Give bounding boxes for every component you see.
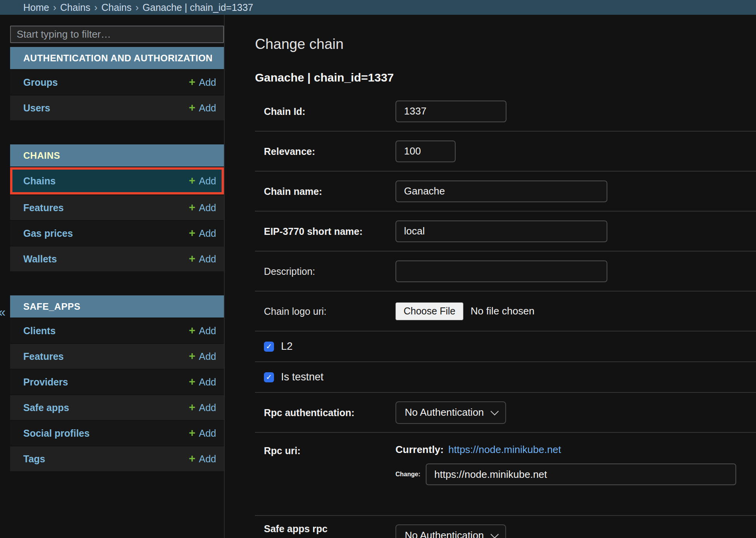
checkbox-l2[interactable]: ✓ — [264, 342, 274, 352]
sidebar-item-groups: Groups+Add — [10, 70, 224, 95]
sidebar-sections: AUTHENTICATION AND AUTHORIZATIONGroups+A… — [10, 47, 224, 471]
add-link-providers[interactable]: +Add — [189, 377, 216, 388]
plus-icon: + — [189, 402, 196, 413]
change-chain-form: Chain Id:Relevance:Chain name:EIP-3770 s… — [255, 92, 756, 538]
field-row-relevance: Relevance: — [255, 132, 756, 172]
choose-file-button[interactable]: Choose File — [395, 302, 463, 320]
breadcrumb-link[interactable]: Chains — [60, 2, 90, 13]
sidebar-module-authentication-and-authorization: AUTHENTICATION AND AUTHORIZATIONGroups+A… — [10, 47, 224, 120]
page-title: Change chain — [255, 36, 756, 53]
plus-icon: + — [189, 202, 196, 213]
add-link-users[interactable]: +Add — [189, 102, 216, 114]
sidebar-item-users: Users+Add — [10, 95, 224, 120]
breadcrumb-link[interactable]: Chains — [101, 2, 132, 13]
field-row-chain-logo-uri: Chain logo uri:Choose FileNo file chosen — [255, 292, 756, 331]
field-row-rpc-uri: Rpc uri:Currently:https://node.minikube.… — [255, 433, 756, 516]
breadcrumb-separator: › — [135, 2, 139, 13]
field-label-relevance: Relevance: — [255, 144, 395, 158]
plus-icon: + — [189, 427, 196, 439]
add-link-safe-apps[interactable]: +Add — [189, 402, 216, 413]
sidebar-item-features: Features+Add — [10, 344, 224, 369]
sidebar-item-link-tags[interactable]: Tags — [23, 453, 45, 465]
sidebar-filter-input[interactable] — [10, 26, 224, 43]
add-link-label: Add — [199, 77, 216, 88]
rpc-uri-current-link[interactable]: https://node.minikube.net — [448, 444, 561, 456]
plus-icon: + — [189, 325, 196, 336]
sidebar: AUTHENTICATION AND AUTHORIZATIONGroups+A… — [10, 15, 224, 538]
sidebar-item-link-wallets[interactable]: Wallets — [23, 253, 57, 265]
checkbox-is-testnet[interactable]: ✓ — [264, 372, 274, 382]
input-description[interactable] — [395, 260, 607, 282]
sidebar-item-wallets: Wallets+Add — [10, 246, 224, 271]
add-link-groups[interactable]: +Add — [189, 77, 216, 88]
add-link-label: Add — [199, 402, 216, 413]
select-value: No Authentication — [405, 529, 484, 538]
field-label-eip-3770-short-name: EIP-3770 short name: — [255, 224, 395, 238]
sidebar-item-link-users[interactable]: Users — [23, 102, 50, 114]
sidebar-item-features: Features+Add — [10, 195, 224, 220]
add-link-chains[interactable]: +Add — [189, 175, 216, 187]
field-label-chain-name: Chain name: — [255, 184, 395, 198]
add-link-features[interactable]: +Add — [189, 202, 216, 213]
field-row-eip-3770-short-name: EIP-3770 short name: — [255, 212, 756, 252]
plus-icon: + — [189, 453, 196, 464]
add-link-social-profiles[interactable]: +Add — [189, 428, 216, 439]
add-link-label: Add — [199, 175, 216, 187]
add-link-label: Add — [199, 351, 216, 362]
sidebar-item-link-social-profiles[interactable]: Social profiles — [23, 428, 90, 439]
add-link-clients[interactable]: +Add — [189, 325, 216, 337]
plus-icon: + — [189, 227, 196, 239]
sidebar-item-link-chains[interactable]: Chains — [23, 175, 55, 187]
add-link-features[interactable]: +Add — [189, 351, 216, 362]
add-link-wallets[interactable]: +Add — [189, 253, 216, 265]
plus-icon: + — [189, 175, 196, 186]
breadcrumb-current: Ganache | chain_id=1337 — [142, 2, 253, 13]
sidebar-item-link-features[interactable]: Features — [23, 351, 64, 362]
main-content: Change chain Ganache | chain_id=1337 Cha… — [224, 15, 756, 538]
checkbox-label-is-testnet: Is testnet — [281, 371, 324, 383]
sidebar-item-clients: Clients+Add — [10, 318, 224, 343]
field-row-description: Description: — [255, 252, 756, 292]
add-link-label: Add — [199, 102, 216, 114]
input-eip-3770-short-name[interactable] — [395, 220, 607, 242]
plus-icon: + — [189, 253, 196, 264]
sidebar-module-chains: CHAINSChains+AddFeatures+AddGas prices+A… — [10, 144, 224, 271]
field-label-rpc-uri: Rpc uri: — [255, 444, 395, 458]
input-relevance[interactable] — [395, 141, 456, 162]
select-rpc-authentication[interactable]: No Authentication — [395, 401, 506, 424]
select-safe-apps-rpc-authentication[interactable]: No Authentication — [395, 524, 506, 538]
rpc-uri-change-input[interactable] — [426, 463, 736, 485]
sidebar-item-chains: Chains+Add — [10, 167, 224, 194]
field-row-l2: ✓L2 — [255, 331, 756, 362]
field-row-chain-id: Chain Id: — [255, 92, 756, 132]
breadcrumb: Home›Chains›Chains›Ganache | chain_id=13… — [0, 0, 756, 15]
breadcrumb-separator: › — [53, 2, 56, 13]
sidebar-item-link-providers[interactable]: Providers — [23, 377, 68, 388]
add-link-label: Add — [199, 377, 216, 388]
sidebar-item-providers: Providers+Add — [10, 370, 224, 394]
sidebar-item-link-features[interactable]: Features — [23, 202, 64, 213]
sidebar-item-link-safe-apps[interactable]: Safe apps — [23, 402, 69, 413]
field-label-chain-logo-uri: Chain logo uri: — [255, 304, 395, 318]
field-label-safe-apps-rpc-authentication: Safe apps rpc authentication: — [255, 522, 395, 538]
breadcrumb-link[interactable]: Home — [23, 2, 49, 13]
sidebar-collapse-icon[interactable]: « — [0, 305, 5, 319]
rpc-uri-currently-line: Currently:https://node.minikube.net — [395, 444, 736, 456]
input-chain-name[interactable] — [395, 180, 607, 202]
file-input-chain-logo-uri: Choose FileNo file chosen — [395, 302, 534, 320]
sidebar-item-link-groups[interactable]: Groups — [23, 77, 58, 88]
add-link-gas-prices[interactable]: +Add — [189, 228, 216, 239]
sidebar-module-safe-apps: SAFE_APPSClients+AddFeatures+AddProvider… — [10, 295, 224, 471]
checkmark-icon: ✓ — [266, 343, 272, 350]
rpc-uri-currently-label: Currently: — [395, 444, 444, 456]
file-status-text: No file chosen — [470, 305, 534, 317]
sidebar-item-safe-apps: Safe apps+Add — [10, 395, 224, 420]
add-link-tags[interactable]: +Add — [189, 453, 216, 465]
input-chain-id[interactable] — [395, 101, 506, 122]
add-link-label: Add — [199, 253, 216, 265]
plus-icon: + — [189, 376, 196, 387]
sidebar-item-link-gas-prices[interactable]: Gas prices — [23, 228, 73, 239]
select-value: No Authentication — [405, 406, 484, 418]
rpc-uri-change-label: Change: — [395, 471, 420, 478]
sidebar-item-link-clients[interactable]: Clients — [23, 325, 55, 337]
